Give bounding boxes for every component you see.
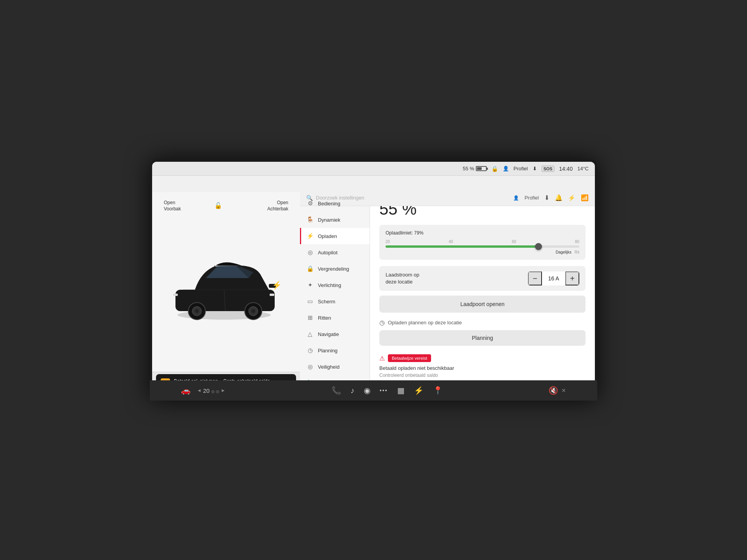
location-taskbar-icon[interactable]: 📍 (433, 386, 443, 395)
payment-badge: Betaalwijze vereist (388, 354, 431, 362)
svg-point-7 (251, 309, 255, 313)
mark-40: 40 (449, 240, 453, 244)
nav-item-navigatie[interactable]: △ Navigatie (300, 326, 370, 342)
planning-icon: ◷ (306, 347, 314, 354)
charge-port-button[interactable]: Laadpoort openen (379, 296, 586, 313)
nav-item-ritten[interactable]: ⊞ Ritten (300, 310, 370, 326)
charging-content: 55 % Oplaadlimiet: 79% 20 40 60 80 (370, 192, 595, 398)
veiligheid-label: Veiligheid (318, 364, 340, 370)
increase-current-button[interactable]: + (565, 271, 579, 285)
current-label-sub: deze locatie (386, 278, 528, 285)
svg-text:⚡: ⚡ (272, 280, 282, 290)
bediening-label: Bediening (318, 201, 340, 206)
clock-icon: ◷ (379, 319, 385, 326)
payment-sub: Controleerd onbetaald saldo (379, 373, 586, 378)
daily-label: Dagelijks (556, 250, 572, 254)
nav-item-opladen[interactable]: ⚡ Opladen (300, 228, 370, 244)
charge-limit-section: Oplaadlimiet: 79% 20 40 60 80 Dagel (379, 225, 586, 260)
vergrendeling-icon: 🔒 (306, 265, 314, 272)
speed-right-arrow: ► (221, 388, 226, 393)
nav-item-planning[interactable]: ◷ Planning (300, 342, 370, 359)
charge-slider-track[interactable] (386, 245, 579, 248)
sos-badge[interactable]: SOS (542, 166, 554, 172)
car-svg: ⚡ (164, 243, 288, 321)
current-label-text: Laadstroom op (386, 271, 528, 278)
bediening-icon: ⚙ (306, 200, 314, 207)
nav-menu: ⚙ Bediening 🪑 Dynamiek ⚡ Opladen ◎ Autop… (300, 192, 370, 398)
speed-value: 20 (203, 387, 210, 394)
svg-rect-9 (173, 294, 178, 296)
current-label: Laadstroom op deze locatie (386, 271, 528, 285)
taskbar: 🚗 ◄ 20 ◎ ◎ ► 📞 ♪ ◉ ••• ▦ ⚡ 📍 (152, 380, 595, 398)
rear-trunk-label[interactable]: Open Achterbak (267, 200, 288, 212)
navigatie-icon: △ (306, 331, 314, 338)
battery-indicator: 55 % (463, 166, 487, 172)
nav-item-bediening[interactable]: ⚙ Bediening (300, 195, 370, 212)
taskbar-center: 📞 ♪ ◉ ••• ▦ ⚡ 📍 (331, 386, 443, 395)
taskbar-right: 🔇 ✕ (549, 386, 566, 395)
svg-point-4 (195, 309, 199, 313)
speed-left-arrow: ◄ (197, 388, 202, 393)
speed-display: ◄ 20 ◎ ◎ ► (197, 387, 225, 394)
charge-slider-fill (386, 245, 538, 248)
bluetooth-icon-search: ⚡ (568, 194, 575, 201)
vergrendeling-label: Vergrendeling (318, 266, 349, 272)
more-options-icon[interactable]: ••• (380, 387, 388, 394)
schedule-section: ◷ Opladen plannen op deze locatie Planni… (379, 319, 586, 350)
mark-80: 80 (575, 240, 579, 244)
search-right-icons: 👤 Profiel ⬇ 🔔 ⚡ 📶 (513, 194, 589, 201)
download-icon: ⬇ (533, 166, 537, 172)
payment-unavailable: Betaald opladen niet beschikbaar (379, 365, 586, 371)
current-value: 16 A (542, 271, 565, 285)
charge-slider-thumb[interactable] (535, 243, 542, 250)
decrease-current-button[interactable]: − (528, 271, 542, 285)
dynamiek-label: Dynamiek (318, 217, 340, 223)
schedule-label: ◷ Opladen plannen op deze locatie (379, 319, 586, 326)
charge-limit-label: Oplaadlimiet: 79% (386, 230, 579, 236)
bluetooth-taskbar-icon[interactable]: ⚡ (414, 386, 424, 395)
current-control-buttons[interactable]: − 16 A + (528, 271, 579, 285)
profile-label: Profiel (514, 166, 528, 172)
ritten-label: Ritten (318, 315, 331, 321)
nav-item-verlichting[interactable]: ✦ Verlichting (300, 277, 370, 293)
autopilot-icon: ◎ (306, 249, 314, 256)
taskbar-left: 🚗 ◄ 20 ◎ ◎ ► (181, 386, 225, 395)
mark-20: 20 (386, 240, 390, 244)
nav-item-scherm[interactable]: ▭ Scherm (300, 293, 370, 310)
opladen-label: Opladen (318, 233, 337, 239)
download-icon-search: ⬇ (544, 194, 549, 201)
nav-item-veiligheid[interactable]: ◎ Veiligheid (300, 359, 370, 375)
nav-item-dynamiek[interactable]: 🪑 Dynamiek (300, 212, 370, 228)
nav-item-autopilot[interactable]: ◎ Autopilot (300, 244, 370, 261)
car-panel: Open Voorbak Open Achterbak 🔓 (152, 192, 300, 398)
navigatie-label: Navigatie (318, 331, 339, 337)
circle-taskbar-icon[interactable]: ◉ (364, 386, 370, 395)
schedule-button[interactable]: Planning (379, 330, 586, 346)
battery-percent: 55 % (463, 166, 474, 172)
payment-required: ⚠ Betaalwijze vereist (379, 354, 586, 362)
opladen-icon: ⚡ (306, 233, 314, 240)
profile-icon-search: 👤 (513, 195, 519, 201)
grid-taskbar-icon[interactable]: ▦ (397, 386, 405, 395)
car-taskbar-icon[interactable]: 🚗 (181, 386, 191, 395)
bell-icon: 🔔 (555, 194, 563, 201)
profile-icon: 👤 (503, 166, 509, 172)
nav-item-vergrendeling[interactable]: 🔒 Vergrendeling (300, 261, 370, 277)
profile-label-search: Profiel (524, 195, 539, 201)
autopilot-label: Autopilot (318, 250, 338, 256)
payment-warning-icon: ⚠ (379, 355, 385, 362)
dynamiek-icon: 🪑 (306, 216, 314, 223)
speed-sub: ◎ ◎ (211, 389, 219, 394)
slider-marks: 20 40 60 80 (386, 240, 579, 244)
close-audio-icon[interactable]: ✕ (561, 387, 566, 394)
mute-icon[interactable]: 🔇 (549, 386, 558, 395)
current-control: Laadstroom op deze locatie − 16 A + (379, 266, 586, 291)
front-trunk-label[interactable]: Open Voorbak (164, 200, 181, 212)
lock-icon: 🔒 (491, 166, 498, 172)
settings-panel: ⚙ Bediening 🪑 Dynamiek ⚡ Opladen ◎ Autop… (300, 192, 595, 398)
music-taskbar-icon[interactable]: ♪ (351, 386, 354, 395)
phone-icon[interactable]: 📞 (331, 386, 341, 395)
car-image-area: ⚡ (152, 192, 300, 372)
verlichting-icon: ✦ (306, 282, 314, 289)
verlichting-label: Verlichting (318, 282, 341, 288)
